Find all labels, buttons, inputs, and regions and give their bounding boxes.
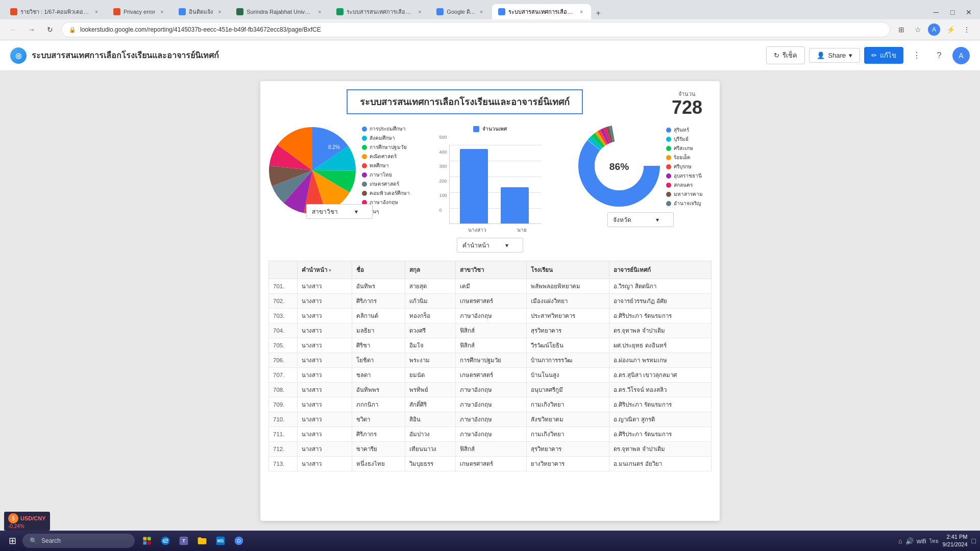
prefix-dropdown-icon: ▾ [505, 242, 508, 249]
svg-point-12 [238, 540, 240, 542]
browser-actions: ⊞ ☆ A ⚡ ⋮ [894, 22, 974, 37]
th-advisor: อาจารย์นิเทศก์ [609, 261, 712, 279]
tab-4-close[interactable]: × [316, 8, 323, 15]
donut-label-8: มหาสารคาม [674, 190, 703, 198]
notification-icon[interactable]: □ [972, 537, 976, 545]
taskbar-app-folder[interactable] [194, 533, 210, 549]
x-axis-labels: นางสาว นาย [468, 226, 527, 234]
tab-4-icon [236, 8, 243, 15]
donut-dot-4 [666, 155, 671, 160]
donut-dot-9 [666, 201, 671, 206]
donut-dot-1 [666, 128, 671, 133]
cell-advisor: อ.ญาณิดา สูกรดิ [609, 412, 712, 427]
table-row: 704. นางสาว มลธิยา ดวงศรี ฟิสิกส์ สุรวิท… [269, 323, 712, 338]
th-prefix[interactable]: คำนำหน้า ▾ [297, 261, 352, 279]
cell-advisor: อ.ศิริประภา รัตนรมการ [609, 397, 712, 412]
close-button[interactable]: ✕ [962, 5, 976, 19]
major-dropdown-label: สาขาวิชา [312, 207, 338, 216]
cell-major: เกษตรศาสตร์ [455, 368, 526, 383]
cell-major: ฟิสิกส์ [455, 442, 526, 457]
help-button[interactable]: ? [930, 46, 948, 65]
donut-label-3: ศรีสะเกษ [674, 144, 693, 152]
start-button[interactable]: ⊞ [4, 533, 20, 549]
tab-7[interactable]: ระบบสารสนเทศการเลือกโรงเรียนและ... × [492, 4, 591, 19]
cell-num: 701. [269, 279, 298, 294]
bar-legend-label: จำนวนเพศ [482, 125, 507, 133]
donut-legend-9: อำนาจเจริญ [666, 199, 703, 207]
url-bar[interactable]: 🔒 lookerstudio.google.com/reporting/4145… [61, 22, 890, 37]
currency-ticker: $ USD/CNY -0.24% [4, 512, 50, 531]
province-dropdown[interactable]: จังหวัด ▾ [607, 212, 674, 227]
currency-pair: USD/CNY [20, 515, 46, 521]
cell-advisor: อ.ผ่องนภา พรหมเกษ [609, 353, 712, 368]
bar-chart-container: จำนวนเพศ 500 400 300 200 100 0 [439, 125, 541, 234]
minimize-button[interactable]: ─ [929, 5, 943, 19]
table-header: คำนำหน้า ▾ ชื่อ สกุล สาขาวิชา โรงเรียน อ… [269, 261, 712, 279]
tab-2[interactable]: Privacy error × [107, 4, 172, 19]
cell-name: ชวิดา [352, 412, 405, 427]
th-surname: สกุล [405, 261, 455, 279]
tab-4[interactable]: Surindra Rajabhat University |... × [230, 4, 329, 19]
translate-button[interactable]: ⊞ [894, 22, 909, 37]
bar-นาย [501, 187, 529, 223]
new-tab-button[interactable]: + [592, 7, 604, 19]
maximize-button[interactable]: □ [945, 5, 960, 19]
tab-6-close[interactable]: × [478, 8, 485, 15]
major-dropdown[interactable]: สาขาวิชา ▾ [306, 204, 373, 219]
taskbar-app-teams[interactable]: T [176, 533, 192, 549]
user-avatar[interactable]: A [952, 47, 970, 64]
forward-button[interactable]: → [24, 22, 39, 37]
cell-num: 711. [269, 427, 298, 442]
tab-3[interactable]: อินดิดแจ้ง × [173, 4, 229, 19]
taskbar-app-store[interactable]: MS [212, 533, 229, 549]
bookmark-button[interactable]: ☆ [911, 22, 925, 37]
table-section: คำนำหน้า ▾ ชื่อ สกุล สาขาวิชา โรงเรียน อ… [260, 257, 720, 480]
extensions-button[interactable]: ⚡ [943, 22, 958, 37]
more-options-button[interactable]: ⋮ [908, 46, 926, 65]
tab-5[interactable]: ระบบสารสนเทศการเลือกโรงเรียน โดย... × [330, 4, 429, 19]
tab-2-close[interactable]: × [158, 8, 165, 15]
bar-chart-section: จำนวนเพศ 500 400 300 200 100 0 [419, 125, 561, 253]
taskbar-app-files[interactable] [139, 533, 155, 549]
donut-legend-6: อุบลราชธานี [666, 172, 703, 180]
share-chevron-icon: ▾ [849, 52, 852, 59]
cell-major: ภาษาอังกฤษ [455, 412, 526, 427]
cell-advisor: อ.ดร.สุนิสา เขาวลุกลมาศ [609, 368, 712, 383]
table-row: 701. นางสาว อันทิพร สายสุด เคมี พลัพพลอย… [269, 279, 712, 294]
tab-7-close[interactable]: × [578, 8, 585, 15]
svg-rect-4 [148, 541, 151, 545]
taskbar-search-text: Search [41, 537, 61, 544]
donut-legend-3: ศรีสะเกษ [666, 144, 703, 152]
back-button[interactable]: ← [6, 22, 20, 37]
profile-button[interactable]: A [927, 22, 941, 37]
taskbar-app-chrome[interactable] [231, 533, 247, 549]
tab-2-label: Privacy error [124, 9, 155, 15]
tab-5-close[interactable]: × [416, 8, 423, 15]
cell-prefix: นางสาว [297, 309, 352, 323]
donut-wrapper: 86% [578, 125, 660, 208]
y-label-0: 0 [439, 208, 447, 213]
tab-6[interactable]: Google ดิ... × [430, 4, 491, 19]
reload-button[interactable]: ↻ [43, 22, 57, 37]
share-button[interactable]: 👤 Share ▾ [809, 48, 860, 63]
tab-1-close[interactable]: × [93, 8, 100, 15]
currency-icon: $ [8, 513, 18, 523]
more-button[interactable]: ⋮ [960, 22, 974, 37]
cell-school: กามเกิงวิทยา [527, 427, 609, 442]
refresh-button[interactable]: ↻ รีเช็ค [766, 46, 805, 64]
legend-item-1: การประถมศึกษา [362, 125, 410, 133]
taskbar-search-bar[interactable]: 🔍 Search [22, 534, 135, 548]
cell-advisor: ดร.จุทาพล จำปาเดิม [609, 442, 712, 457]
report-title-box: ระบบสารสนเทศการเลือกโรงเรียนและอาจารย์นิ… [273, 89, 656, 114]
prefix-dropdown[interactable]: คำนำหน้า ▾ [457, 238, 523, 253]
tab-1[interactable]: รายวิชา : 1/67-คอมพิวเตอร์สำหรับสิ่... × [4, 4, 106, 19]
pie-chart-svg: 8.2% [269, 127, 356, 214]
edit-button[interactable]: ✏ แก้ไข [864, 47, 903, 64]
taskbar-app-edge[interactable] [157, 533, 174, 549]
cell-advisor: อาจารย์วรรษภัฏ อัศัย [609, 294, 712, 309]
donut-legend-2: บุรีรัมย์ [666, 135, 703, 143]
tab-3-close[interactable]: × [216, 8, 223, 15]
cell-num: 702. [269, 294, 298, 309]
cell-prefix: นางสาว [297, 397, 352, 412]
cell-advisor: ดร.จุทาพล จำปาเดิม [609, 323, 712, 338]
